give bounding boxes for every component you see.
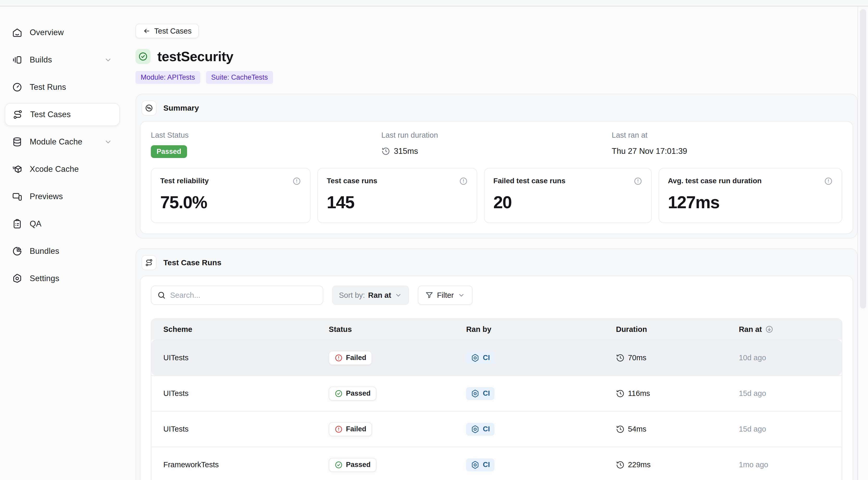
metric-card-header: Failed test case runs: [493, 177, 642, 185]
metric-card-header: Test reliability: [160, 177, 301, 185]
sidebar-item-test-runs[interactable]: Test Runs: [5, 76, 120, 99]
metric-value: 75.0%: [160, 192, 301, 212]
scheme-cell: UITests: [151, 425, 329, 434]
sidebar-item-label: Test Runs: [30, 82, 113, 92]
status-label: Failed: [346, 354, 366, 362]
sidebar-item-test-cases[interactable]: Test Cases: [5, 103, 120, 126]
column-header-label: Status: [329, 325, 352, 334]
page-title: testSecurity: [157, 49, 234, 64]
status-cell: Passed: [329, 458, 466, 472]
status-cell: Failed: [329, 422, 466, 436]
column-header-label: Ran at: [739, 325, 762, 334]
search-input[interactable]: [170, 291, 317, 300]
sidebar-item-label: Builds: [30, 55, 104, 65]
table-row[interactable]: FrameworkTestsPassedCI229ms1mo ago: [151, 447, 842, 480]
ran-by-cell: CI: [466, 387, 616, 400]
runs-title: Test Case Runs: [163, 258, 221, 267]
duration-cell: 229ms: [616, 460, 739, 469]
metric-card: Test case runs145: [317, 168, 477, 223]
column-header-duration[interactable]: Duration: [616, 325, 739, 334]
test-meta-badges: Module: APITestsSuite: CacheTests: [135, 71, 858, 84]
duration-label: 116ms: [628, 389, 650, 398]
arrow-left-icon: [143, 27, 151, 35]
sidebar-item-module-cache[interactable]: Module Cache: [5, 130, 120, 153]
ran-at-cell: 15d ago: [739, 389, 842, 398]
metric-value: 127ms: [668, 192, 833, 212]
ran-at-cell: 10d ago: [739, 353, 842, 362]
history-clock-icon: [616, 389, 625, 398]
sidebar-item-builds[interactable]: Builds: [5, 48, 120, 71]
ci-hexagon-icon: [471, 353, 479, 362]
sort-button[interactable]: Sort by: Ran at: [332, 285, 409, 305]
scheme-cell: UITests: [151, 353, 329, 362]
duration-label: 70ms: [628, 353, 646, 362]
sidebar-item-label: Xcode Cache: [30, 165, 113, 174]
column-header-ran-by[interactable]: Ran by: [466, 325, 616, 334]
metric-card: Avg. test case run duration127ms: [658, 168, 842, 223]
status-label: Passed: [346, 389, 371, 398]
builds-icon: [12, 55, 22, 65]
table-row[interactable]: UITestsFailedCI70ms10d ago: [151, 340, 842, 375]
page-scrollbar[interactable]: [858, 6, 868, 480]
sidebar-item-xcode-cache[interactable]: Xcode Cache: [5, 158, 120, 181]
sort-value: Ran at: [368, 291, 391, 300]
sidebar-item-label: Bundles: [30, 246, 113, 256]
passed-status-icon: [135, 49, 151, 64]
sidebar-item-bundles[interactable]: Bundles: [5, 240, 120, 263]
filter-button[interactable]: Filter: [418, 285, 472, 305]
history-clock-icon: [616, 460, 625, 469]
duration-cell: 70ms: [616, 353, 739, 362]
table-row[interactable]: UITestsPassedCI116ms15d ago: [151, 375, 842, 411]
ran-at-cell: 15d ago: [739, 425, 842, 434]
ran-by-badge: CI: [466, 387, 494, 400]
ran-by-label: CI: [483, 461, 490, 469]
field-value-text: 315ms: [394, 146, 418, 156]
test-case-runs-table: SchemeStatusRan byDurationRan at UITests…: [151, 318, 842, 480]
status-badge: Failed: [329, 422, 372, 436]
table-row[interactable]: UITestsFailedCI54ms15d ago: [151, 411, 842, 447]
route-icon: [142, 255, 157, 270]
column-header-ran-at[interactable]: Ran at: [739, 325, 842, 334]
ci-hexagon-icon: [471, 425, 479, 434]
column-header-status[interactable]: Status: [329, 325, 466, 334]
history-clock-icon: [381, 147, 390, 156]
route-icon: [12, 109, 23, 120]
chevron-down-icon: [104, 137, 113, 146]
status-cell: Passed: [329, 386, 466, 401]
ci-hexagon-icon: [471, 460, 479, 469]
back-button[interactable]: Test Cases: [135, 24, 199, 38]
filter-label: Filter: [437, 291, 454, 300]
metric-label: Test case runs: [327, 177, 377, 185]
column-header-label: Duration: [616, 325, 647, 334]
circle-alert-icon: [335, 354, 343, 362]
duration-label: 54ms: [628, 425, 646, 434]
metric-label: Test reliability: [160, 177, 209, 185]
chevron-down-icon: [458, 291, 465, 299]
duration-cell: 116ms: [616, 389, 739, 398]
sidebar-item-overview[interactable]: Overview: [5, 21, 120, 44]
sidebar-item-qa[interactable]: QA: [5, 212, 120, 235]
main-content: Test Cases testSecurity Module: APITests…: [125, 6, 858, 480]
sidebar-item-previews[interactable]: Previews: [5, 185, 120, 208]
status-label: Failed: [346, 425, 366, 433]
metric-cards: Test reliability75.0%Test case runs145Fa…: [151, 168, 842, 223]
disc-icon: [142, 101, 157, 115]
window-titlebar: [0, 0, 868, 6]
column-header-scheme[interactable]: Scheme: [151, 325, 329, 334]
chevron-down-icon: [394, 291, 402, 299]
metric-label: Avg. test case run duration: [668, 177, 762, 185]
history-clock-icon: [616, 353, 625, 362]
ran-by-cell: CI: [466, 351, 616, 365]
table-body: UITestsFailedCI70ms10d agoUITestsPassedC…: [151, 340, 842, 480]
summary-fields: Last StatusPassedLast run duration315msL…: [151, 131, 842, 158]
scrollbar-thumb[interactable]: [860, 9, 866, 308]
filter-funnel-icon: [425, 291, 433, 299]
search-box: [151, 285, 323, 305]
field-label: Last run duration: [381, 131, 612, 139]
summary-section-header: Summary: [140, 98, 853, 117]
sidebar-item-settings[interactable]: Settings: [5, 267, 120, 290]
devices-icon: [12, 191, 22, 202]
ran-by-cell: CI: [466, 458, 616, 471]
field-value: 315ms: [381, 145, 612, 157]
metric-value: 145: [327, 192, 468, 212]
